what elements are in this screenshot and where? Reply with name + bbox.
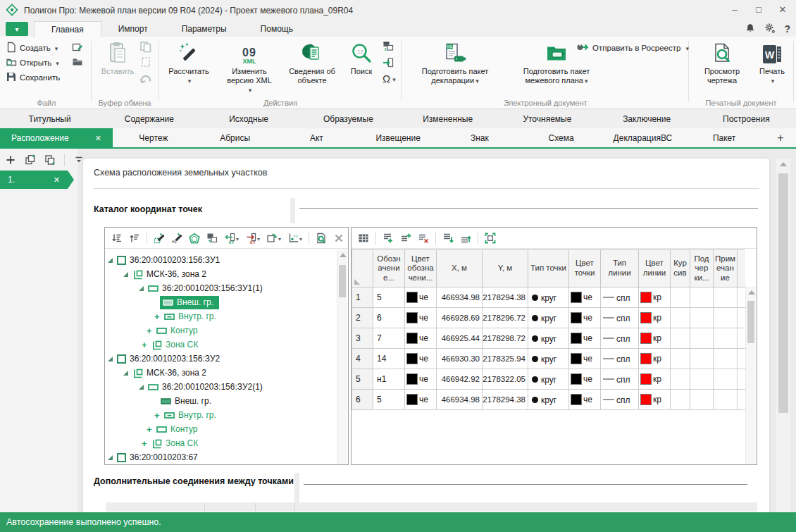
designation-cell[interactable]: 7 [373,328,405,349]
subtab-2[interactable]: Абрисы [194,128,276,147]
collapse-triangle-icon[interactable] [139,385,144,390]
line-type-cell[interactable]: спл [601,390,639,410]
sort-desc-icon[interactable] [109,230,125,247]
column-header-8[interactable]: Кур сив [671,250,690,287]
ribbon-tab-0[interactable]: Главная [34,21,101,37]
close-page-icon[interactable] [54,175,60,185]
close-button[interactable]: ✕ [771,0,795,18]
add-tab-icon[interactable] [3,151,18,168]
subtab-5[interactable]: Знак [439,128,521,147]
note-cell[interactable] [714,308,738,328]
italic-cell[interactable] [671,390,690,410]
row-number[interactable]: 5 [352,369,373,390]
duplicate-tab-icon[interactable] [23,151,38,168]
delete-icon[interactable] [331,230,347,247]
note-cell[interactable] [714,390,738,410]
line-color-cell[interactable]: кр [639,349,671,369]
column-header-2[interactable]: X, м [437,250,483,287]
axes-icon[interactable]: x,y [285,230,304,247]
point-type-cell[interactable]: круг [528,369,569,390]
doc-tab-5[interactable]: Уточняемые [497,109,597,128]
subtab-0[interactable]: Расположение [0,128,113,147]
italic-cell[interactable] [671,349,690,369]
doc-tab-1[interactable]: Содержание [99,109,199,128]
line-type-cell[interactable]: спл [601,369,639,390]
preview-icon[interactable] [313,230,329,247]
underline-cell[interactable] [690,390,714,410]
line-color-cell[interactable]: кр [639,287,671,308]
close-tab-icon[interactable] [95,133,101,143]
tree-item-3[interactable]: Внеш. гр. [105,295,337,309]
column-header-9[interactable]: Под чер ки... [690,250,714,287]
collapse-triangle-icon[interactable] [108,258,113,263]
point-type-cell[interactable]: круг [528,349,569,369]
scroll-up-icon[interactable] [748,290,755,295]
row-number[interactable]: 6 [352,390,373,410]
point-type-cell[interactable]: круг [528,287,569,308]
y-cell[interactable]: 2178298.72 [483,328,528,349]
scroll-up-icon[interactable] [340,253,347,257]
point-color-cell[interactable]: че [569,349,601,369]
doc-tab-0[interactable]: Титульный [0,109,99,128]
tree-item-13[interactable]: +Зона СК [105,436,337,450]
tree-item-2[interactable]: 36:20:0010203:156:ЗУ1(1) [105,281,337,295]
tree-item-6[interactable]: +Зона СК [105,338,337,352]
line-color-cell[interactable]: кр [639,369,671,390]
column-header-1[interactable]: Цвет обозна чени... [405,250,437,287]
point-color-cell[interactable]: че [569,369,601,390]
move-row-down-icon[interactable] [440,230,456,247]
note-cell[interactable] [714,369,738,390]
column-header-4[interactable]: Тип точки [528,250,569,287]
y-cell[interactable]: 2178325.94 [483,349,528,369]
y-cell[interactable]: 2178322.05 [483,369,528,390]
scroll-up-icon[interactable] [780,162,787,166]
tree-item-7[interactable]: 36:20:0010203:156:ЗУ2 [105,352,337,366]
tree-item-14[interactable]: 36:20:0010203:67 [105,450,337,464]
y-cell[interactable]: 2178296.72 [483,308,528,328]
collapse-triangle-icon[interactable] [108,357,113,361]
doc-tab-7[interactable]: Построения [697,109,796,128]
italic-cell[interactable] [671,328,690,349]
expand-plus-icon[interactable]: + [142,438,149,449]
line-color-cell[interactable]: кр [639,328,671,349]
x-cell[interactable]: 466930.30 [437,349,483,369]
expand-plus-icon[interactable]: + [142,340,149,350]
ribbon-tab-3[interactable]: Помощь [244,21,310,37]
column-header-10[interactable]: Прим ечан ие [714,250,738,287]
page-item-0[interactable]: 1. [0,171,68,189]
point-color-cell[interactable]: че [569,287,601,308]
scrollbar-thumb[interactable] [778,173,788,413]
help-icon[interactable]: ? [784,23,790,35]
designation-cell[interactable]: 5 [373,390,405,410]
subtab-3[interactable]: Акт [276,128,358,147]
pentagon-icon[interactable] [187,230,202,247]
row-number[interactable]: 3 [352,328,373,349]
line-type-cell[interactable]: спл [601,308,639,328]
expand-plus-icon[interactable]: + [147,424,154,435]
column-header-0[interactable]: Обозн ачени е... [373,250,405,287]
italic-cell[interactable] [671,287,690,308]
subtab-7[interactable]: ДекларацияВС [602,128,684,147]
designation-color-cell[interactable]: че [405,390,437,410]
point-type-cell[interactable]: круг [528,308,569,328]
table-icon[interactable] [356,230,371,247]
wand-area-icon[interactable] [151,230,167,247]
row-number[interactable]: 1 [352,287,373,308]
row-number[interactable]: 2 [352,308,373,328]
subtab-8[interactable]: Пакет [683,128,765,147]
designation-color-cell[interactable]: че [405,308,437,328]
x-cell[interactable]: 466934.98 [437,287,483,308]
collapse-triangle-icon[interactable] [108,455,113,460]
tree-item-1[interactable]: МСК-36, зона 2 [105,267,337,281]
italic-cell[interactable] [671,369,690,390]
doc-tab-6[interactable]: Заключение [597,109,697,128]
doc-tab-4[interactable]: Измененные [398,109,497,128]
line-type-cell[interactable]: спл [601,328,639,349]
export-xy-icon[interactable]: XY [243,230,262,247]
line-color-cell[interactable]: кр [639,308,671,328]
insert-row-icon[interactable] [398,230,413,247]
underline-cell[interactable] [690,308,714,328]
designation-color-cell[interactable]: че [405,287,437,308]
copy-objects-icon[interactable] [204,230,220,247]
x-cell[interactable]: 466925.44 [437,328,483,349]
